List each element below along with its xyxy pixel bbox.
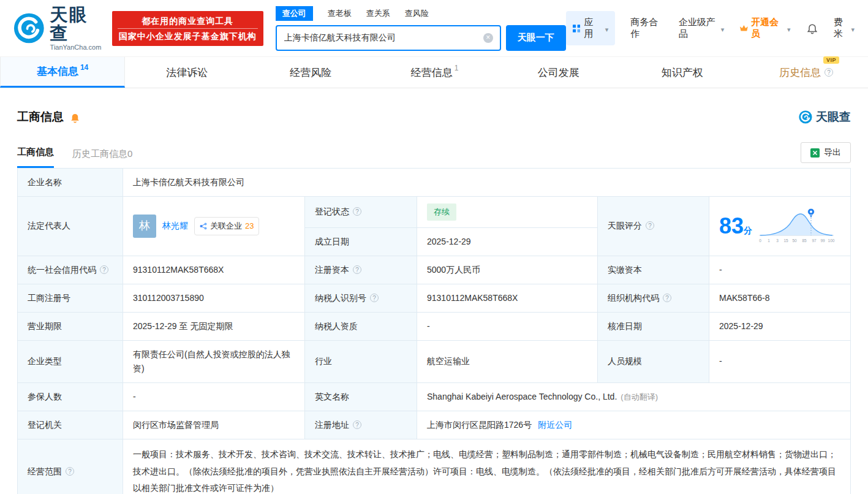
field-label: 组织机构代码 [598,284,709,312]
section-title: 工商信息 [17,109,64,125]
search-tab-relation[interactable]: 查关系 [366,8,390,19]
field-label: 天眼评分 [598,197,709,256]
nav-enterprise-products[interactable]: 企业级产品 [679,17,725,40]
field-label: 注册地址 [305,411,417,439]
legal-rep-cell: 林 林光耀 关联企业 23 [123,197,305,256]
related-companies-button[interactable]: 关联企业 23 [194,217,259,235]
approval-date-value: 2025-12-29 [709,312,851,340]
clear-search-icon[interactable] [483,33,493,43]
company-tab-bar: 基本信息14 法律诉讼 经营风险 经营信息1 公司发展 知识产权 历史信息 VI… [0,56,868,88]
legal-rep-avatar[interactable]: 林 [133,215,156,238]
help-icon[interactable] [353,265,361,274]
tianyancha-logo-icon [799,110,812,124]
brand-name: 天眼查 [50,6,104,43]
svg-text:97: 97 [812,238,817,243]
field-label: 纳税人识别号 [305,284,417,312]
org-code-value: MAK58T66-8 [709,284,851,312]
field-label: 实缴资本 [598,256,709,284]
excel-icon [810,148,820,158]
promo-banner: 都在用的商业查询工具 国家中小企业发展子基金旗下机构 [112,11,263,46]
reg-authority-value: 闵行区市场监督管理局 [123,411,305,439]
field-label: 注册资本 [305,256,417,284]
subtab-business-registration[interactable]: 工商信息 [17,146,54,168]
site-header: 天眼查 TianYanCha.com 都在用的商业查询工具 国家中小企业发展子基… [0,0,868,56]
auto-translate-note: (自动翻译) [621,392,658,401]
tianyancha-logo[interactable]: 天眼查 TianYanCha.com [13,6,104,51]
field-label: 参保人数 [18,383,123,411]
tab-intellectual-property[interactable]: 知识产权 [621,57,744,88]
header-nav: 应用 商务合作 企业级产品 开通会员 费米 [566,11,855,45]
nearby-companies-link[interactable]: 附近公司 [538,420,572,430]
chevron-down-icon [719,23,725,34]
tab-legal-proceedings[interactable]: 法律诉讼 [125,57,249,88]
establish-date-value: 2025-12-29 [417,227,598,256]
score-cell: 83分 0 1 3 [709,197,851,256]
help-icon[interactable] [353,420,361,429]
apps-grid-icon [573,24,581,33]
svg-text:15: 15 [783,238,788,243]
monitor-bell-icon[interactable] [69,112,81,123]
export-button[interactable]: 导出 [801,142,851,163]
search-tab-risk[interactable]: 查风险 [405,8,429,19]
help-icon[interactable] [370,294,379,302]
subtab-history-registration[interactable]: 历史工商信息0 [72,148,132,168]
username: 费米 [834,17,850,40]
legal-rep-name-link[interactable]: 林光耀 [162,219,188,233]
help-icon[interactable] [663,294,671,302]
search-input[interactable] [276,25,501,51]
search-tab-company[interactable]: 查公司 [276,6,313,21]
notification-bell-icon[interactable] [806,22,818,34]
tianyan-score: 83分 [719,215,752,237]
tianyancha-logo-icon [13,12,45,45]
status-badge: 存续 [427,203,456,220]
help-icon[interactable] [825,68,833,77]
tab-basic-info[interactable]: 基本信息14 [0,57,125,88]
help-icon[interactable] [646,221,654,230]
table-row: 法定代表人 林 林光耀 关联企业 [18,197,851,227]
field-label: 企业名称 [18,169,123,197]
score-distribution-chart: 0 1 3 15 50 85 97 99 100 [756,207,837,245]
vip-tag: VIP [823,56,839,64]
field-label: 经营范围 [18,439,123,494]
business-info-table: 企业名称 上海卡倍亿航天科技有限公司 法定代表人 林 林光耀 [17,168,851,494]
search-tab-boss[interactable]: 查老板 [328,8,352,19]
tab-business-info[interactable]: 经营信息1 [372,57,496,88]
crown-icon [739,24,749,32]
tab-operating-risk[interactable]: 经营风险 [249,57,372,88]
tab-badge: 1 [455,64,459,72]
search-button[interactable]: 天眼一下 [506,25,566,51]
table-row: 企业名称 上海卡倍亿航天科技有限公司 [18,169,851,197]
tianyancha-watermark: 天眼查 [799,109,851,125]
help-icon[interactable] [353,207,361,216]
field-label: 统一社会信用代码 [18,256,123,284]
svg-text:85: 85 [802,238,807,243]
nav-business-cooperation[interactable]: 商务合作 [630,17,663,40]
svg-text:100: 100 [828,238,835,243]
reg-capital-value: 5000万人民币 [417,256,598,284]
svg-text:50: 50 [792,238,797,243]
staff-size-value: - [709,340,851,382]
tab-company-development[interactable]: 公司发展 [497,57,621,88]
svg-text:0: 0 [759,238,761,243]
credit-code-value: 91310112MAK58T668X [123,256,305,284]
table-row: 登记机关 闵行区市场监督管理局 注册地址 上海市闵行区昆阳路1726号附近公司 [18,411,851,439]
banner-line-1: 都在用的商业查询工具 [118,13,258,28]
field-label: 成立日期 [305,227,417,256]
nav-open-vip[interactable]: 开通会员 [739,17,790,40]
field-label: 登记状态 [305,197,417,227]
help-icon[interactable] [100,265,108,274]
table-row: 企业类型 有限责任公司(自然人投资或控股的法人独资) 行业 航空运输业 人员规模… [18,340,851,382]
field-label: 法定代表人 [18,197,123,256]
help-icon[interactable] [66,467,74,476]
relation-graph-icon [200,222,207,230]
main-content: 工商信息 天眼查 工商信息 历史工商信息0 导出 [0,109,868,494]
business-scope-value: 一般项目：技术服务、技术开发、技术咨询、技术交流、技术转让、技术推广；电线、电缆… [123,439,851,494]
field-label: 企业类型 [18,340,123,382]
chevron-down-icon [785,23,791,34]
search-type-tabs: 查公司 查老板 查关系 查风险 [276,6,566,21]
company-type-value: 有限责任公司(自然人投资或控股的法人独资) [123,340,305,382]
field-label: 纳税人资质 [305,312,417,340]
nav-user-menu[interactable]: 费米 [834,17,855,40]
tab-history-info[interactable]: 历史信息 VIP [744,57,868,88]
apps-menu-button[interactable]: 应用 [566,11,615,45]
